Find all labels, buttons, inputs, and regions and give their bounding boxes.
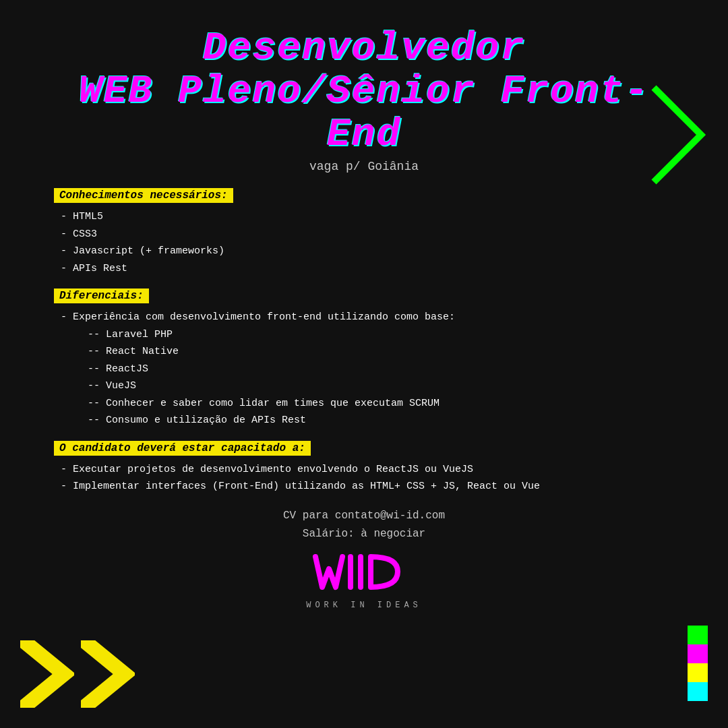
sub-list-item: -- Consumo e utilização de APIs Rest (88, 413, 674, 429)
magenta-bar (688, 644, 708, 663)
list-item: - Javascript (+ frameworks) (61, 244, 674, 260)
list-item: - HTML5 (61, 210, 674, 225)
chevron-yellow-2-icon (81, 640, 135, 708)
diferenciais-intro: - Experiência com desenvolvimento front-… (61, 310, 674, 326)
conhecimentos-section: Conhecimentos necessários: - HTML5 - CSS… (54, 188, 674, 276)
title-line1: Desenvolvedor (54, 27, 674, 70)
sub-list-item: -- Laravel PHP (88, 328, 674, 343)
title-line2: WEB Pleno/Sênior Front-End (54, 70, 674, 156)
list-item: - Executar projetos de desenvolvimento e… (61, 462, 674, 478)
sub-list-item: -- VueJS (88, 379, 674, 394)
candidato-list: - Executar projetos de desenvolvimento e… (54, 462, 674, 495)
green-bar (688, 626, 708, 644)
footer: CV para contato@wi-id.com Salário: à neg… (54, 507, 674, 543)
footer-line2: Salário: à negociar (54, 525, 674, 543)
candidato-label: O candidato deverá estar capacitado a: (54, 441, 311, 456)
conhecimentos-list: - HTML5 - CSS3 - Javascript (+ framework… (54, 210, 674, 276)
title-section: Desenvolvedor WEB Pleno/Sênior Front-End… (54, 27, 674, 173)
chevron-right-icon (647, 81, 715, 189)
diferenciais-label: Diferenciais: (54, 289, 149, 303)
list-item: - CSS3 (61, 227, 674, 243)
list-item: - Implementar interfaces (Front-End) uti… (61, 479, 674, 495)
sub-list-item: -- React Native (88, 344, 674, 360)
conhecimentos-label: Conhecimentos necessários: (54, 188, 233, 203)
diferenciais-section: Diferenciais: - Experiência com desenvol… (54, 289, 674, 429)
main-container: Desenvolvedor WEB Pleno/Sênior Front-End… (0, 0, 728, 728)
sub-list-item: -- ReactJS (88, 362, 674, 377)
subtitle: vaga p/ Goiânia (54, 160, 674, 173)
footer-line1: CV para contato@wi-id.com (54, 507, 674, 525)
chevron-yellow-1-icon (20, 640, 74, 708)
list-item: - APIs Rest (61, 262, 674, 277)
wiid-logo-svg (310, 550, 418, 597)
diferenciais-subitems: -- Laravel PHP -- React Native -- ReactJ… (54, 328, 674, 429)
cyan-bar (688, 682, 708, 701)
sub-list-item: -- Conhecer e saber como lidar em times … (88, 396, 674, 412)
yellow-bar (688, 663, 708, 682)
chevrons-bottom-left (20, 640, 135, 708)
logo-section: WORK IN IDEAS (54, 550, 674, 610)
logo-text (310, 550, 418, 601)
candidato-section: O candidato deverá estar capacitado a: -… (54, 441, 674, 495)
logo-subtext: WORK IN IDEAS (306, 601, 422, 610)
color-bars (688, 626, 708, 701)
